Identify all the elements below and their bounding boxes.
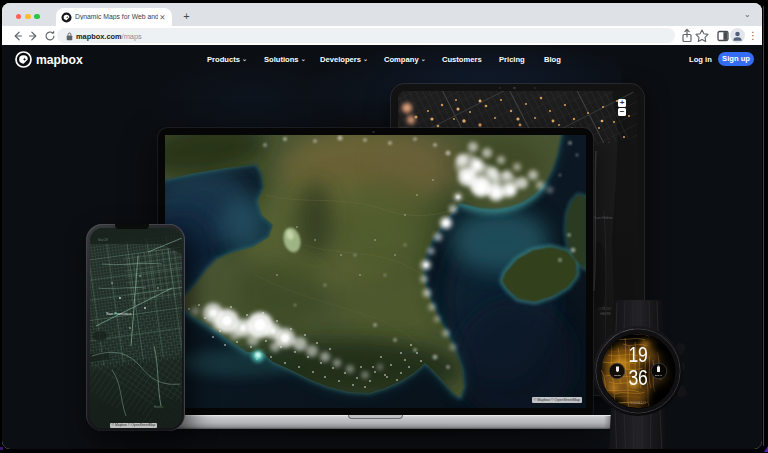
svg-text:100 %: 100 % xyxy=(655,374,663,377)
svg-text:Hunters: Hunters xyxy=(154,405,164,409)
svg-text:San Francisco: San Francisco xyxy=(106,310,132,315)
svg-text:29/05: 29/05 xyxy=(614,374,621,377)
svg-text:19: 19 xyxy=(629,342,648,366)
svg-text:SUUNTO: SUUNTO xyxy=(630,401,646,405)
svg-text:36: 36 xyxy=(629,366,648,390)
svg-text:Sea Cliff: Sea Cliff xyxy=(98,238,108,242)
